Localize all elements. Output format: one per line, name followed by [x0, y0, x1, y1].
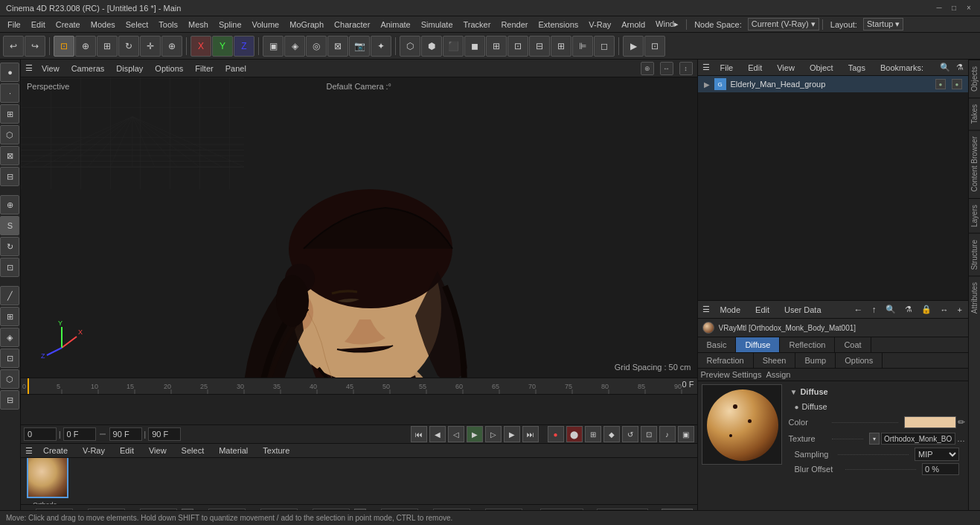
- menu-mesh[interactable]: Mesh: [184, 19, 213, 31]
- mode-free-btn[interactable]: ✛: [140, 36, 161, 57]
- viewport-menu-cameras[interactable]: Cameras: [68, 63, 108, 74]
- tab-sheen[interactable]: Sheen: [754, 353, 796, 368]
- tab-coat[interactable]: Coat: [835, 337, 871, 352]
- menu-animate[interactable]: Animate: [376, 19, 414, 31]
- mode-object-btn[interactable]: ⊡: [54, 36, 74, 57]
- tab-bump[interactable]: Bump: [795, 353, 836, 368]
- frame-end-input[interactable]: [109, 427, 142, 441]
- mode-move-btn[interactable]: ⊕: [75, 36, 96, 57]
- menu-simulate[interactable]: Simulate: [417, 19, 458, 31]
- shaded-btn[interactable]: ⬢: [421, 36, 442, 57]
- material-thumb-item[interactable]: Orthodo...: [24, 458, 71, 504]
- color-swatch[interactable]: [904, 416, 956, 428]
- next-key-button[interactable]: ▷: [485, 426, 502, 442]
- menu-wind[interactable]: Wind▸: [651, 18, 683, 31]
- menu-file[interactable]: File: [3, 19, 25, 31]
- poly-btn[interactable]: ◈: [284, 36, 305, 57]
- sidebar-tab-attributes[interactable]: Attributes: [969, 276, 980, 319]
- filter-attr-icon[interactable]: ⚗: [905, 305, 912, 314]
- obj-menu-edit[interactable]: Edit: [743, 62, 766, 74]
- render-region-btn[interactable]: ⊡: [644, 36, 665, 57]
- tab-diffuse[interactable]: Diffuse: [736, 337, 780, 352]
- texture-more-icon[interactable]: …: [957, 434, 965, 443]
- goto-start-button[interactable]: ⏮: [411, 426, 427, 442]
- menu-extensions[interactable]: Extensions: [534, 19, 583, 31]
- menu-spline[interactable]: Spline: [214, 19, 246, 31]
- obj-hamburger[interactable]: ☰: [702, 63, 710, 72]
- frame-current-input[interactable]: [63, 427, 96, 441]
- obj-menu-view[interactable]: View: [772, 62, 799, 74]
- texture-btn[interactable]: ⬛: [443, 36, 464, 57]
- menu-mograph[interactable]: MoGraph: [285, 19, 328, 31]
- visibility-dot[interactable]: ●: [935, 79, 946, 89]
- sphere-preview-container[interactable]: [702, 384, 782, 465]
- viewport-menu-options[interactable]: Options: [152, 63, 186, 74]
- layout-value[interactable]: Startup ▾: [863, 18, 904, 31]
- sidebar-tab-objects[interactable]: Objects: [969, 60, 980, 98]
- texture-arrow-btn[interactable]: ▾: [869, 433, 880, 445]
- sound-btn[interactable]: ♪: [659, 426, 676, 442]
- wireframe-btn[interactable]: ⬡: [400, 36, 420, 57]
- y-axis-btn[interactable]: Y: [212, 36, 233, 57]
- nodespace-value[interactable]: Current (V-Ray) ▾: [748, 18, 819, 31]
- mat-menu-texture[interactable]: Texture: [258, 445, 294, 456]
- lock-icon[interactable]: 🔒: [921, 305, 932, 314]
- parallel-btn[interactable]: ⊫: [572, 36, 593, 57]
- viewport-menu-filter[interactable]: Filter: [192, 63, 216, 74]
- mode-rotate-btn[interactable]: ↻: [118, 36, 139, 57]
- mat-menu-edit[interactable]: Edit: [115, 445, 138, 456]
- mat-panel-userdata[interactable]: User Data: [780, 304, 826, 316]
- sidebar-move-tool[interactable]: ⊕: [0, 195, 19, 214]
- menu-render[interactable]: Render: [496, 19, 532, 31]
- obj-menu-object[interactable]: Object: [805, 62, 838, 74]
- lock-dot[interactable]: ●: [952, 79, 962, 89]
- redo-button[interactable]: ↪: [25, 36, 45, 57]
- mat-panel-hamburger[interactable]: ☰: [702, 305, 710, 314]
- object-row-head[interactable]: ▶ G Elderly_Man_Head_group ● ●: [698, 76, 968, 92]
- deformer-btn[interactable]: ⊠: [327, 36, 348, 57]
- sidebar-texture-mode[interactable]: ⊟: [0, 167, 19, 186]
- undo-button[interactable]: ↩: [3, 36, 24, 57]
- mat-hamburger[interactable]: ☰: [25, 446, 33, 456]
- restore-button[interactable]: □: [949, 3, 959, 13]
- obj-filter-icon[interactable]: ⚗: [956, 63, 964, 72]
- light-btn[interactable]: ✦: [371, 36, 391, 57]
- add-attr-icon[interactable]: +: [958, 305, 962, 314]
- select-btn[interactable]: ◻: [594, 36, 615, 57]
- sidebar-tool-3[interactable]: ◈: [0, 328, 19, 347]
- sidebar-tab-structure[interactable]: Structure: [969, 233, 980, 276]
- next-frame-button[interactable]: ▶: [504, 426, 520, 442]
- minimize-button[interactable]: ─: [934, 3, 944, 13]
- fps-input[interactable]: [148, 427, 181, 441]
- menu-vray[interactable]: V-Ray: [584, 19, 615, 31]
- sidebar-points-mode[interactable]: ·: [0, 83, 19, 103]
- sidebar-tool-5[interactable]: ⬡: [0, 369, 19, 389]
- obj-menu-bookmarks[interactable]: Bookmarks:: [876, 62, 928, 74]
- sidebar-tool-2[interactable]: ⊞: [0, 307, 19, 326]
- viewport-menu-display[interactable]: Display: [113, 63, 146, 74]
- z-axis-btn[interactable]: Z: [234, 36, 254, 57]
- viewport-menu-view[interactable]: View: [39, 63, 63, 74]
- mat-menu-material[interactable]: Material: [214, 445, 252, 456]
- preview-btn[interactable]: ▣: [678, 426, 694, 442]
- snap2-btn[interactable]: ⊡: [507, 36, 528, 57]
- color-edit-icon[interactable]: ✏: [958, 417, 965, 427]
- preview-settings-btn[interactable]: Preview Settings: [701, 370, 762, 379]
- menu-character[interactable]: Character: [330, 19, 374, 31]
- sync-icon[interactable]: ↔: [941, 305, 949, 314]
- cube-btn[interactable]: ▣: [263, 36, 284, 57]
- blur-offset-input[interactable]: [922, 463, 959, 475]
- viewport-3d[interactable]: Perspective Default Camera :° Grid Spaci…: [21, 77, 697, 378]
- mat-menu-view[interactable]: View: [144, 445, 171, 456]
- mat-menu-vray[interactable]: V-Ray: [78, 445, 109, 456]
- texture-value-display[interactable]: Orthodox_Monk_BODY_Bas...: [881, 433, 955, 445]
- key-btn[interactable]: ◆: [603, 426, 620, 442]
- obj-menu-file[interactable]: File: [716, 62, 738, 74]
- sidebar-tab-layers[interactable]: Layers: [969, 198, 980, 233]
- obj-search-icon[interactable]: 🔍: [940, 63, 950, 72]
- sidebar-tool-4[interactable]: ⊡: [0, 349, 19, 368]
- sidebar-poly-mode[interactable]: ⬡: [0, 125, 19, 144]
- motion-path-btn[interactable]: ⊞: [585, 426, 601, 442]
- sidebar-tool-6[interactable]: ⊟: [0, 390, 19, 410]
- sidebar-select-all[interactable]: ⊡: [0, 258, 19, 277]
